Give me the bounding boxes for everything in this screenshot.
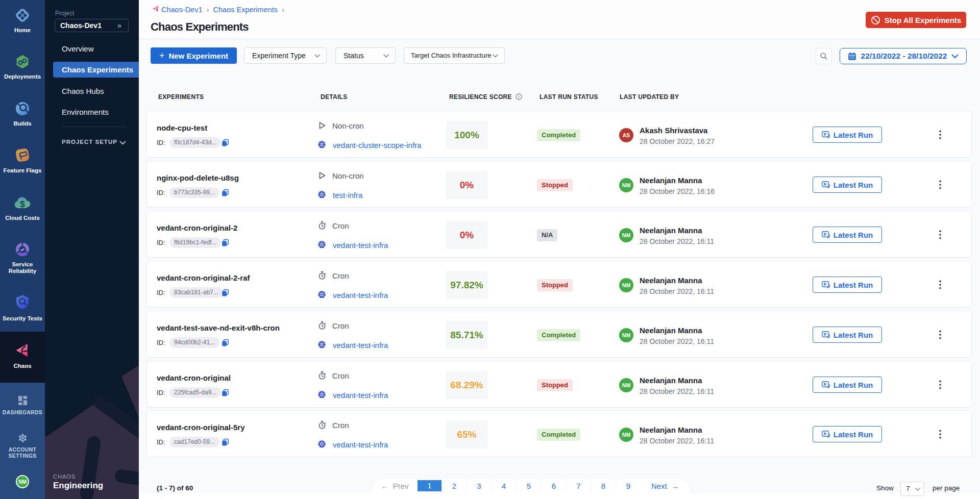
svg-text:$: $	[20, 199, 25, 209]
